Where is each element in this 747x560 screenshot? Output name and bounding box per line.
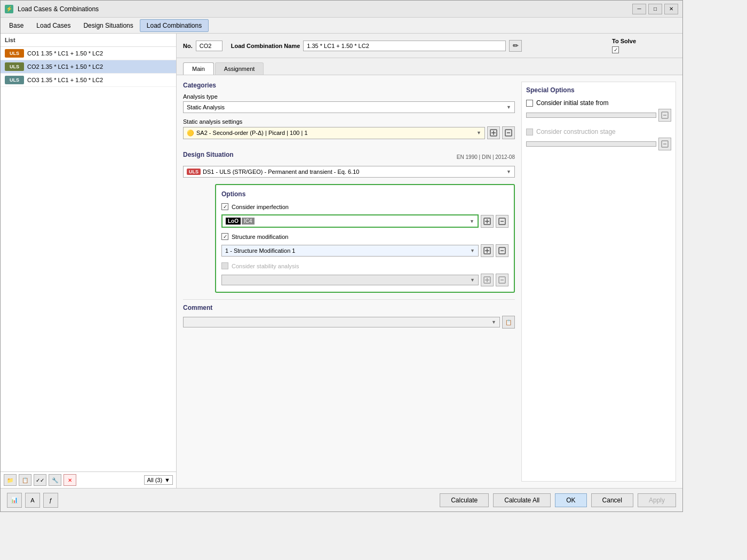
cancel-button[interactable]: Cancel: [591, 493, 633, 507]
maximize-button[interactable]: □: [648, 4, 662, 14]
name-input[interactable]: 1.35 * LC1 + 1.50 * LC2: [303, 41, 506, 51]
title-bar: ⚡ Load Cases & Combinations ─ □ ✕: [1, 1, 682, 18]
static-settings-row: 🟡 SA2 - Second-order (P-Δ) | Picard | 10…: [183, 126, 515, 139]
construction-stage-edit-button[interactable]: [658, 138, 671, 150]
design-situation-arrow: ▼: [506, 169, 511, 174]
calculate-all-button[interactable]: Calculate All: [493, 493, 551, 507]
static-settings-arrow: ▼: [476, 130, 481, 135]
edit-name-button[interactable]: ✏: [509, 40, 522, 52]
static-settings-label: Static analysis settings: [183, 118, 515, 125]
special-options-title: Special Options: [526, 86, 671, 94]
structure-mod-edit-button[interactable]: [496, 244, 508, 257]
stability-edit-button[interactable]: [496, 274, 508, 286]
bottom-bar: 📊 A ƒ Calculate Calculate All OK Cancel …: [1, 488, 682, 511]
design-situation-uls-badge: ULS: [187, 169, 201, 175]
menu-load-combinations[interactable]: Load Combinations: [140, 19, 209, 32]
copy-item-button[interactable]: 📋: [19, 474, 31, 486]
bottom-left: 📊 A ƒ: [7, 493, 58, 508]
bottom-icon-3[interactable]: ƒ: [43, 493, 58, 508]
imperfection-checkbox[interactable]: [221, 203, 228, 210]
initial-state-item: Consider initial state from: [526, 99, 671, 122]
bottom-icon-1[interactable]: 📊: [7, 493, 22, 508]
stability-checkbox[interactable]: [221, 262, 228, 269]
left-panel-bottom: 📁 📋 ✓✓ 🔧 ✕ All (3) ▼: [1, 471, 176, 488]
tab-main[interactable]: Main: [183, 62, 214, 75]
list-item-text-3: CO3 1.35 * LC1 + 1.50 * LC2: [27, 77, 103, 83]
options-wrapper: ➤ Options Consider imperfection: [183, 184, 515, 293]
stability-arrow: ▼: [470, 277, 475, 283]
calculate-button[interactable]: Calculate: [440, 493, 489, 507]
options-section: Options Consider imperfection LoO IC4: [215, 184, 515, 293]
all-select-dropdown[interactable]: All (3) ▼: [144, 475, 173, 485]
structure-mod-checkbox[interactable]: [221, 233, 228, 240]
window-title: Load Cases & Combinations: [18, 5, 632, 13]
stability-checkbox-row: Consider stability analysis: [221, 262, 508, 269]
list-item-3[interactable]: ULS CO3 1.35 * LC1 + 1.50 * LC2: [1, 74, 176, 87]
menu-load-cases[interactable]: Load Cases: [30, 20, 77, 31]
no-field-group: No. CO2: [183, 41, 222, 51]
to-solve-section: To Solve: [612, 38, 676, 53]
initial-state-edit-button[interactable]: [658, 109, 671, 122]
menu-design-situations[interactable]: Design Situations: [77, 20, 139, 31]
structure-mod-select[interactable]: 1 - Structure Modification 1 ▼: [221, 245, 479, 257]
imperfection-select[interactable]: LoO IC4 ▼: [221, 214, 479, 228]
construction-stage-checkbox[interactable]: [526, 129, 533, 135]
initial-state-checkbox[interactable]: [526, 100, 533, 107]
main-tab-panel: Categories Analysis type Static Analysis…: [183, 82, 515, 482]
construction-stage-select: [526, 141, 656, 147]
imperfection-edit-button[interactable]: [496, 215, 508, 228]
name-field-group: Load Combination Name 1.35 * LC1 + 1.50 …: [231, 40, 522, 52]
settings-item-button[interactable]: 🔧: [49, 474, 61, 486]
main-content: List ULS CO1 1.35 * LC1 + 1.50 * LC2 ULS…: [1, 34, 682, 488]
no-input[interactable]: CO2: [196, 41, 222, 51]
add-item-button[interactable]: 📁: [4, 474, 17, 486]
close-button[interactable]: ✕: [664, 4, 678, 14]
static-settings-new-button[interactable]: [487, 126, 500, 139]
check-item-button[interactable]: ✓✓: [34, 474, 46, 486]
list-item[interactable]: ULS CO1 1.35 * LC1 + 1.50 * LC2: [1, 47, 176, 60]
imperfection-new-button[interactable]: [481, 215, 494, 228]
no-label: No.: [183, 43, 193, 49]
static-settings-edit-button[interactable]: [502, 126, 515, 139]
tab-assignment[interactable]: Assignment: [215, 62, 264, 75]
analysis-type-label: Analysis type: [183, 93, 515, 100]
ok-button[interactable]: OK: [555, 493, 586, 507]
comment-section: Comment ▼ 📋: [183, 299, 515, 329]
to-solve-checkbox[interactable]: [612, 46, 619, 53]
bottom-icon-2[interactable]: A: [25, 493, 40, 508]
list-item-selected[interactable]: ULS CO2 1.35 * LC1 + 1.50 * LC2: [1, 60, 176, 74]
loo-badge: LoO: [226, 218, 241, 225]
special-options-panel: Special Options Consider initial state f…: [521, 82, 676, 482]
comment-row: ▼ 📋: [183, 316, 515, 329]
design-situation-norm: EN 1990 | DIN | 2012-08: [457, 154, 515, 160]
list-item-text-1: CO1 1.35 * LC1 + 1.50 * LC2: [27, 50, 103, 57]
menu-base[interactable]: Base: [3, 20, 30, 31]
minimize-button[interactable]: ─: [632, 4, 646, 14]
to-solve-checkbox-row: [612, 46, 676, 53]
analysis-type-row: Static Analysis ▼: [183, 101, 515, 113]
stability-new-button[interactable]: [481, 274, 494, 286]
analysis-type-field: Analysis type Static Analysis ▼: [183, 93, 515, 113]
options-title: Options: [221, 190, 508, 198]
initial-state-input-row: [526, 109, 671, 122]
design-situation-select[interactable]: ULS DS1 - ULS (STR/GEO) - Permanent and …: [183, 166, 515, 178]
categories-section: Categories Analysis type Static Analysis…: [183, 82, 515, 145]
structure-mod-new-button[interactable]: [481, 244, 494, 257]
static-settings-select[interactable]: 🟡 SA2 - Second-order (P-Δ) | Picard | 10…: [183, 127, 485, 139]
apply-button[interactable]: Apply: [638, 493, 676, 507]
delete-item-button[interactable]: ✕: [63, 474, 76, 486]
uls-badge-2: ULS: [5, 62, 24, 71]
structure-mod-dropdown-row: 1 - Structure Modification 1 ▼: [221, 244, 508, 257]
analysis-type-select[interactable]: Static Analysis ▼: [183, 101, 515, 113]
initial-state-row: Consider initial state from: [526, 99, 671, 107]
structure-mod-arrow: ▼: [470, 248, 475, 253]
comment-arrow: ▼: [491, 319, 496, 325]
stability-select: ▼: [221, 275, 479, 285]
comment-input[interactable]: ▼: [183, 317, 500, 327]
construction-stage-input-row: [526, 138, 671, 150]
comment-copy-button[interactable]: 📋: [502, 316, 515, 329]
design-situation-row: ULS DS1 - ULS (STR/GEO) - Permanent and …: [183, 166, 515, 178]
categories-title: Categories: [183, 82, 515, 89]
stability-dropdown-row: ▼: [221, 274, 508, 286]
list-header: List: [1, 34, 176, 47]
